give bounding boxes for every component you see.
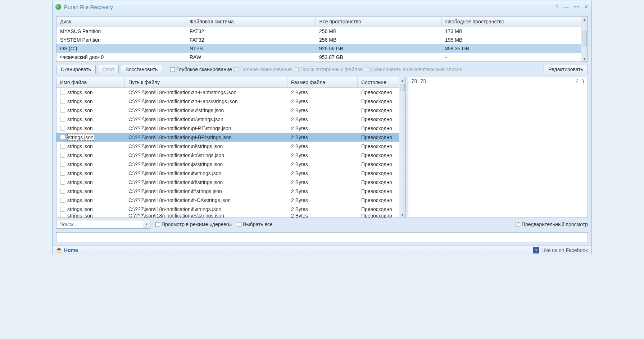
file-size: 2 Bytes [287, 214, 358, 217]
file-row[interactable]: strings.jsonC:\???\json\i18n-notificatio… [56, 115, 399, 124]
file-state: Превосходно [358, 206, 399, 212]
file-row-checkbox[interactable] [60, 198, 65, 203]
file-row-checkbox[interactable] [60, 180, 65, 185]
edit-button[interactable]: Редактировать [544, 65, 588, 74]
file-row[interactable]: strings.jsonC:\???\json\i18n-notificatio… [56, 160, 399, 169]
search-combo[interactable]: ▼ [56, 220, 150, 229]
file-header-size[interactable]: Размер файла [287, 77, 358, 87]
file-state: Превосходно [358, 116, 399, 122]
scroll-down-icon[interactable]: ▼ [399, 212, 405, 217]
file-size: 2 Bytes [287, 143, 358, 149]
disk-header-total[interactable]: Все пространство [316, 17, 441, 27]
preview-panel: 7B 7D { } [408, 77, 588, 218]
file-size: 2 Bytes [287, 125, 358, 131]
file-row-checkbox[interactable] [60, 90, 65, 95]
file-row[interactable]: strings.jsonC:\???\json\i18n-notificatio… [56, 124, 399, 133]
file-header-state[interactable]: Состояние [358, 77, 399, 87]
file-size: 2 Bytes [287, 179, 358, 185]
scroll-up-icon[interactable]: ▲ [581, 17, 588, 22]
file-state: Превосходно [358, 134, 399, 140]
file-name: strings.json [67, 152, 93, 158]
file-row-checkbox[interactable] [60, 108, 65, 113]
scan-button[interactable]: Сканировать [56, 65, 96, 74]
file-row[interactable]: strings.jsonC:\???\json\i18n-notificatio… [56, 151, 399, 160]
file-state: Превосходно [358, 161, 399, 167]
disk-table[interactable]: Диск Файловая система Все пространство С… [56, 17, 581, 61]
file-state: Превосходно [358, 170, 399, 176]
file-row-checkbox[interactable] [60, 117, 65, 122]
disk-row[interactable]: OS (C:)NTFS926.56 GB358.35 GB [56, 44, 581, 53]
file-state: Превосходно [358, 143, 399, 149]
file-row[interactable]: strings.jsonC:\???\json\i18n-notificatio… [56, 205, 399, 214]
recover-button[interactable]: Восстановить [121, 65, 163, 74]
home-icon[interactable] [56, 248, 62, 253]
file-row[interactable]: strings.jsonC:\???\json\i18n-notificatio… [56, 187, 399, 196]
maximize-icon[interactable]: ▭ [574, 4, 579, 10]
file-header-path[interactable]: Путь к файлу [125, 77, 287, 87]
disk-row[interactable]: MYASUS PartitionFAT32256 MB173 MB [56, 27, 581, 36]
find-lost-checkbox: Поиск потерянных файлов [294, 67, 363, 72]
tree-view-checkbox[interactable]: Просмотр в режиме «дерево» [155, 221, 232, 227]
file-row[interactable]: strings.jsonC:\???\json\i18n-notificatio… [56, 133, 399, 142]
file-name: strings.json [67, 170, 93, 176]
file-row[interactable]: strings.jsonC:\???\json\i18n-notificatio… [56, 88, 399, 97]
disk-header-fs[interactable]: Файловая система [186, 17, 316, 27]
file-name: strings.json [67, 116, 93, 122]
search-input[interactable] [56, 220, 143, 228]
file-size: 2 Bytes [287, 90, 358, 95]
select-all-checkbox[interactable]: Выбрать все [237, 221, 272, 227]
minimize-icon[interactable]: — [563, 4, 569, 10]
disk-header-free[interactable]: Свободное пространство [441, 17, 581, 27]
disk-row[interactable]: Физический диск 0RAW953.87 GB- [56, 53, 581, 61]
file-path: C:\???\json\i18n-notification\id\strings… [125, 179, 287, 185]
file-row[interactable]: strings.jsonC:\???\json\i18n-notificatio… [56, 169, 399, 178]
file-row-checkbox[interactable] [60, 171, 65, 176]
scroll-up-icon[interactable]: ▲ [399, 77, 405, 83]
file-row[interactable]: strings.jsonC:\???\json\i18n-notificatio… [56, 178, 399, 187]
file-row-checkbox[interactable] [60, 99, 65, 104]
home-link[interactable]: Home [64, 247, 78, 253]
file-state: Превосходно [358, 99, 399, 104]
preview-checkbox[interactable]: Предварительный просмотр [516, 221, 588, 227]
disk-list-panel: Диск Файловая система Все пространство С… [56, 16, 588, 62]
scroll-thumb[interactable] [582, 31, 587, 47]
scroll-thumb[interactable] [400, 84, 405, 91]
file-row[interactable]: strings.jsonC:\???\json\i18n-notificatio… [56, 106, 399, 115]
stop-button[interactable]: Стоп [98, 65, 119, 74]
file-row-checkbox[interactable] [60, 144, 65, 149]
file-row-checkbox[interactable] [60, 126, 65, 131]
chevron-down-icon[interactable]: ▼ [143, 220, 150, 228]
app-window: Puran File Recovery ? — ▭ ✕ Диск Файлова… [52, 0, 592, 255]
facebook-icon: f [533, 247, 539, 253]
file-header-name[interactable]: Имя файла [56, 77, 125, 87]
close-icon[interactable]: ✕ [584, 4, 589, 10]
help-icon[interactable]: ? [555, 4, 558, 10]
disk-scrollbar[interactable]: ▲ ▼ [581, 17, 588, 61]
file-row[interactable]: strings.jsonC:\???\json\i18n-notificatio… [56, 196, 399, 205]
deep-scan-checkbox[interactable]: Глубокое сканирование [170, 67, 232, 72]
file-scrollbar[interactable]: ▲ ▼ [399, 77, 405, 217]
file-state: Превосходно [358, 107, 399, 113]
status-bar-input[interactable] [56, 232, 588, 242]
file-row-checkbox[interactable] [60, 214, 65, 217]
facebook-link[interactable]: f Like us on Facebook [533, 247, 588, 253]
file-row[interactable]: strings.jsonC:\???\json\i18n-notificatio… [56, 214, 399, 217]
file-row-checkbox[interactable] [60, 162, 65, 167]
file-state: Превосходно [358, 90, 399, 95]
file-row-checkbox[interactable] [60, 189, 65, 194]
file-row-checkbox[interactable] [60, 135, 65, 140]
file-table-header: Имя файла Путь к файлу Размер файла Сост… [56, 77, 399, 88]
app-icon [55, 4, 61, 10]
file-row[interactable]: strings.jsonC:\???\json\i18n-notificatio… [56, 97, 399, 106]
file-row[interactable]: strings.jsonC:\???\json\i18n-notificatio… [56, 142, 399, 151]
file-name: strings.json [67, 197, 93, 203]
file-size: 2 Bytes [287, 197, 358, 203]
file-size: 2 Bytes [287, 134, 358, 140]
file-row-checkbox[interactable] [60, 207, 65, 212]
file-path: C:\???\json\i18n-notification\pt-PT\stri… [125, 125, 287, 131]
scroll-down-icon[interactable]: ▼ [581, 56, 588, 61]
file-size: 2 Bytes [287, 188, 358, 194]
disk-row[interactable]: SYSTEM PartitionFAT32256 MB195 MB [56, 36, 581, 44]
disk-header-disk[interactable]: Диск [56, 17, 186, 27]
file-row-checkbox[interactable] [60, 153, 65, 158]
